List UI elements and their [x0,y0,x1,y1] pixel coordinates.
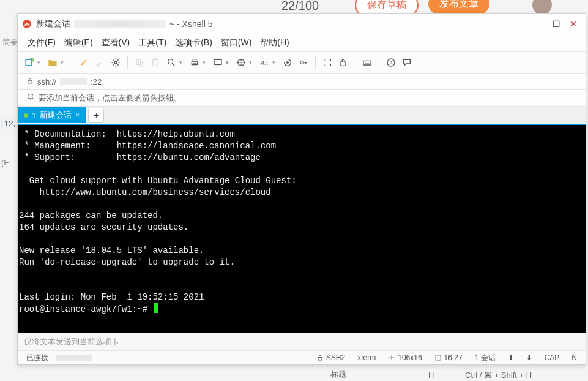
bg-bottom-shortcut: Ctrl / ⌘ + Shift + H [465,371,532,380]
xshell-window: 新建会话 ~ - Xshell 5 — ☐ ✕ 文件(F) 编辑(E) 查看(V… [17,13,586,365]
svg-rect-22 [318,358,322,361]
hint-text: 要添加当前会话，点击左侧的箭头按钮。 [39,92,182,104]
bg-frag-e: (E [1,158,9,167]
globe-dropdown[interactable]: ▾ [249,59,254,66]
session-tab-1[interactable]: 1 新建会话 × [18,107,86,123]
menu-window[interactable]: 窗口(W) [217,36,256,50]
eraser-icon [93,56,106,69]
swirl-icon[interactable] [281,56,294,69]
bg-bottom-h: H [428,371,434,380]
key-icon[interactable] [297,56,310,69]
app-icon [21,18,32,29]
menubar: 文件(F) 编辑(E) 查看(V) 工具(T) 选项卡(B) 窗口(W) 帮助(… [18,34,586,52]
svg-rect-11 [214,59,221,64]
status-host-blur [56,355,92,361]
svg-point-16 [300,61,303,64]
svg-rect-17 [341,62,346,66]
close-button[interactable]: ✕ [565,17,582,31]
status-pos: 16,27 [430,353,467,362]
tab-index: 1 [32,111,36,120]
highlighter-icon[interactable] [77,56,91,69]
titlebar: 新建会话 ~ - Xshell 5 — ☐ ✕ [18,14,586,34]
svg-rect-18 [363,61,371,65]
status-down-icon[interactable]: ⬇ [521,353,537,362]
comment-icon[interactable] [400,56,414,69]
globe-icon[interactable] [234,56,248,69]
font-dropdown[interactable]: ▾ [272,59,277,66]
bg-frag-pill: 12, [1,118,18,129]
open-dropdown[interactable]: ▾ [61,59,65,66]
maximize-button[interactable]: ☐ [548,17,565,31]
lock-icon[interactable] [337,56,350,69]
address-host-blur [60,78,87,85]
open-icon[interactable] [46,56,59,69]
menu-help[interactable]: 帮助(H) [256,36,292,50]
bg-frag-left1: 简要 [2,37,18,48]
svg-text:A: A [260,59,265,66]
svg-text:?: ? [390,60,393,66]
font-icon[interactable]: AA [258,56,271,69]
bg-publish-button[interactable]: 发布文章 [428,0,489,14]
terminal-prompt: root@instance-awgk7fw1:~# [19,304,152,314]
status-dot-icon [24,113,28,118]
bg-avatar[interactable] [532,0,552,15]
tab-close-icon[interactable]: × [75,111,80,119]
statusbar: 已连接 SSH2 xterm 106x16 16,27 1 会话 ⬆ ⬇ CAP… [18,350,586,364]
svg-point-15 [286,61,289,64]
bg-count: 22/100 [281,0,319,13]
title-session: 新建会话 [36,18,70,29]
menu-tools[interactable]: 工具(T) [135,36,170,50]
fullscreen-icon[interactable] [321,56,334,69]
terminal[interactable]: * Documentation: https://help.ubuntu.com… [18,125,586,333]
svg-point-7 [168,59,173,64]
new-session-icon[interactable] [23,56,36,69]
tab-add-button[interactable]: + [88,108,104,123]
new-session-dropdown[interactable]: ▾ [37,59,42,66]
svg-rect-6 [154,58,157,60]
svg-rect-1 [26,59,31,65]
svg-rect-23 [436,355,441,360]
status-connected: 已连接 [21,353,53,363]
status-up-icon[interactable]: ⬆ [503,353,519,362]
bg-bottom-title: 标题 [330,369,346,380]
status-size: 106x16 [383,353,426,362]
title-host-blur [74,20,166,28]
compose-hint[interactable]: 仅将文本发送到当前选项卡 [18,333,586,350]
terminal-cursor [154,303,158,313]
svg-rect-5 [153,59,158,66]
tabbar: 1 新建会话 × + [18,107,586,125]
help-icon[interactable]: ? [384,56,398,69]
minimize-button[interactable]: — [530,17,548,31]
find-dropdown[interactable]: ▾ [179,59,184,66]
settings-icon[interactable] [109,56,122,69]
keyboard-icon[interactable] [360,56,374,69]
lock-small-icon [26,77,34,86]
print-dropdown[interactable]: ▾ [203,59,207,66]
find-icon[interactable] [165,56,178,69]
menu-options[interactable]: 选项卡(B) [171,36,216,50]
status-cap: CAP [540,353,565,362]
svg-text:A: A [265,61,268,66]
status-term: xterm [352,353,381,362]
svg-rect-21 [28,80,32,83]
svg-rect-9 [193,59,196,61]
menu-edit[interactable]: 编辑(E) [61,36,97,50]
menu-view[interactable]: 查看(V) [98,36,134,50]
title-suffix: ~ - Xshell 5 [169,19,212,29]
toolbar: ▾ ▾ ▾ ▾ ▾ ▾ AA ▾ ? [18,52,586,74]
tab-label: 新建会话 [40,110,72,121]
status-num: N [567,353,582,362]
pin-icon[interactable] [26,93,35,104]
status-ssh: SSH2 [311,353,350,362]
menu-file[interactable]: 文件(F) [24,36,59,50]
address-prefix: ssh:// [37,77,56,86]
status-sessions: 1 会话 [470,353,501,363]
print-icon[interactable] [188,56,201,69]
copy-icon [133,56,146,69]
hint-row: 要添加当前会话，点击左侧的箭头按钮。 [18,90,586,107]
address-bar: ssh:// :22 [18,74,586,90]
screen-icon[interactable] [211,56,225,69]
svg-point-2 [114,61,117,64]
paste-icon [149,56,162,69]
screen-dropdown[interactable]: ▾ [226,59,231,66]
